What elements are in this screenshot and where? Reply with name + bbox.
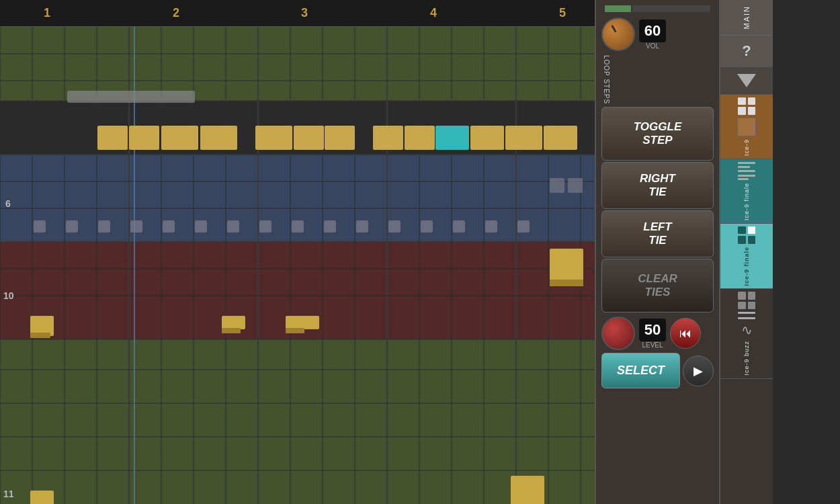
ruler: 1 2 3 4 5 <box>0 0 595 27</box>
help-icon: ? <box>742 42 751 60</box>
svg-rect-50 <box>435 126 469 150</box>
ruler-mark-5: 5 <box>559 6 566 20</box>
svg-rect-41 <box>97 126 128 150</box>
ruler-mark-4: 4 <box>430 6 437 20</box>
select-button[interactable]: SELECT <box>601 353 680 388</box>
vol-knob[interactable] <box>601 17 635 51</box>
down-arrow-icon <box>737 74 756 87</box>
svg-text:6: 6 <box>5 198 11 209</box>
far-right-sidebar: MAIN ? Ice-9 Ice-9 finale <box>719 0 773 504</box>
loop-steps-label: LOOP STEPS <box>601 54 612 106</box>
active-grid-icon <box>738 226 755 244</box>
svg-rect-67 <box>453 220 465 233</box>
svg-rect-55 <box>66 220 78 233</box>
svg-rect-52 <box>505 126 542 150</box>
level-value-display: 50 <box>639 319 666 341</box>
level-value-col: 50 LEVEL <box>639 319 666 349</box>
ice9-finale-label-1: Ice-9 finale <box>743 183 750 220</box>
vol-value-display: 60 <box>639 19 666 42</box>
svg-rect-49 <box>405 126 435 150</box>
svg-rect-44 <box>200 126 237 150</box>
svg-rect-69 <box>517 220 530 233</box>
svg-rect-3 <box>0 339 595 504</box>
sliders-icon <box>738 175 755 180</box>
svg-rect-66 <box>421 220 433 233</box>
svg-rect-40 <box>67 91 195 103</box>
level-row: 50 LEVEL ⏮ <box>599 314 716 351</box>
svg-rect-57 <box>130 220 142 233</box>
svg-rect-86 <box>511 476 544 504</box>
vol-label: VOL <box>646 42 659 50</box>
down-arrow-button[interactable] <box>720 67 773 95</box>
ice9-label: Ice-9 <box>743 139 750 156</box>
svg-rect-68 <box>485 220 497 233</box>
skip-to-start-button[interactable]: ⏮ <box>670 318 701 349</box>
svg-rect-42 <box>129 126 159 150</box>
level-knob[interactable] <box>601 317 635 350</box>
svg-rect-79 <box>286 328 304 333</box>
loop-steps-area: LOOP STEPS <box>599 52 716 107</box>
plugin-ice9-finale-active-tab[interactable]: Ice-9 finale <box>720 224 773 290</box>
svg-rect-51 <box>470 126 504 150</box>
level-label: LEVEL <box>642 341 663 349</box>
wave-icon: ∿ <box>741 322 753 338</box>
grid-area[interactable]: 6 10 11 <box>0 27 595 504</box>
main-label: MAIN <box>720 0 773 36</box>
vol-value-col: 60 VOL <box>639 19 666 50</box>
svg-rect-53 <box>544 126 577 150</box>
select-play-row: SELECT ▶ <box>599 351 716 390</box>
ice9-swatch <box>737 118 756 136</box>
right-control-panel: 60 VOL LOOP STEPS TOGGLESTEP RIGHTTIE LE… <box>595 0 719 504</box>
svg-rect-43 <box>161 126 198 150</box>
ruler-mark-3: 3 <box>301 6 308 20</box>
svg-rect-63 <box>324 220 336 233</box>
svg-rect-80 <box>306 316 319 329</box>
svg-rect-81 <box>550 249 583 282</box>
svg-text:10: 10 <box>3 290 14 301</box>
ruler-mark-1: 1 <box>44 6 50 20</box>
sequencer-area: 1 2 3 4 5 <box>0 0 595 504</box>
plugin-ice9-tab[interactable]: Ice-9 <box>720 95 773 159</box>
buzz-grid-icon <box>738 292 755 309</box>
svg-rect-56 <box>98 220 110 233</box>
svg-rect-71 <box>568 178 583 193</box>
ice9-buzz-label: Ice-9 buzz <box>743 341 750 376</box>
svg-rect-64 <box>356 220 368 233</box>
bars-icon <box>738 162 755 172</box>
svg-rect-46 <box>294 126 324 150</box>
svg-rect-58 <box>163 220 175 233</box>
ice9-finale-label-2: Ice-9 finale <box>743 247 750 286</box>
svg-rect-45 <box>255 126 292 150</box>
plugin-ice9-finale-tab[interactable]: Ice-9 finale <box>720 159 773 224</box>
svg-rect-65 <box>388 220 401 233</box>
play-button[interactable]: ▶ <box>683 355 714 386</box>
svg-rect-47 <box>325 126 355 150</box>
buzz-bars-icon <box>738 312 755 319</box>
svg-rect-59 <box>195 220 207 233</box>
ruler-mark-2: 2 <box>173 6 179 20</box>
svg-rect-54 <box>34 220 46 233</box>
right-tie-button[interactable]: RIGHTTIE <box>601 162 713 209</box>
toggle-step-button[interactable]: TOGGLESTEP <box>601 107 713 161</box>
help-button[interactable]: ? <box>720 36 773 67</box>
grid-icon <box>738 97 755 115</box>
svg-rect-61 <box>259 220 271 233</box>
clear-ties-button[interactable]: CLEARTIES <box>601 259 713 312</box>
svg-rect-84 <box>30 491 54 504</box>
svg-rect-70 <box>550 178 564 193</box>
vol-row: 60 VOL <box>599 15 716 52</box>
svg-rect-78 <box>286 316 309 329</box>
svg-rect-48 <box>373 126 403 150</box>
svg-text:11: 11 <box>3 489 14 499</box>
svg-rect-75 <box>30 333 50 338</box>
svg-rect-62 <box>292 220 304 233</box>
loop-progress-bar <box>605 5 711 12</box>
plugin-ice9-buzz-tab[interactable]: ∿ Ice-9 buzz <box>720 289 773 379</box>
svg-rect-60 <box>227 220 239 233</box>
svg-rect-0 <box>0 27 595 101</box>
svg-rect-82 <box>550 280 583 286</box>
svg-rect-77 <box>222 328 241 333</box>
svg-rect-76 <box>222 316 245 329</box>
left-tie-button[interactable]: LEFTTIE <box>601 210 713 257</box>
